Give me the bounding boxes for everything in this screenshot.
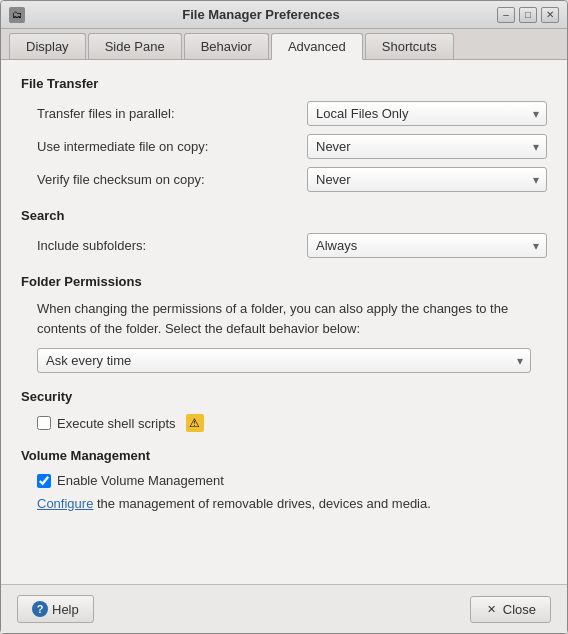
checksum-select-wrapper: Never Always Local Files Only bbox=[307, 167, 547, 192]
parallel-select[interactable]: Local Files Only Always Never bbox=[307, 101, 547, 126]
preferences-window: 🗂 File Manager Preferences – □ ✕ Display… bbox=[0, 0, 568, 634]
close-label: Close bbox=[503, 602, 536, 617]
tab-side-pane[interactable]: Side Pane bbox=[88, 33, 182, 59]
execute-shell-row: Execute shell scripts ⚠ bbox=[21, 414, 547, 432]
security-title: Security bbox=[21, 389, 547, 404]
folder-permissions-title: Folder Permissions bbox=[21, 274, 547, 289]
titlebar: 🗂 File Manager Preferences – □ ✕ bbox=[1, 1, 567, 29]
volume-management-section: Volume Management Enable Volume Manageme… bbox=[21, 448, 547, 514]
help-icon: ? bbox=[32, 601, 48, 617]
security-section: Security Execute shell scripts ⚠ bbox=[21, 389, 547, 432]
tab-advanced[interactable]: Advanced bbox=[271, 33, 363, 60]
tab-shortcuts[interactable]: Shortcuts bbox=[365, 33, 454, 59]
subfolders-label: Include subfolders: bbox=[37, 238, 307, 253]
window-icon: 🗂 bbox=[9, 7, 25, 23]
tab-display[interactable]: Display bbox=[9, 33, 86, 59]
configure-suffix: the management of removable drives, devi… bbox=[93, 496, 430, 511]
maximize-button[interactable]: □ bbox=[519, 7, 537, 23]
checksum-select[interactable]: Never Always Local Files Only bbox=[307, 167, 547, 192]
close-icon: ✕ bbox=[485, 602, 499, 616]
execute-shell-checkbox[interactable] bbox=[37, 416, 51, 430]
window-title: File Manager Preferences bbox=[25, 7, 497, 22]
intermediate-select[interactable]: Never Always Local Files Only bbox=[307, 134, 547, 159]
footer: ? Help ✕ Close bbox=[1, 584, 567, 633]
configure-text-row: Configure the management of removable dr… bbox=[21, 494, 547, 514]
folder-permissions-select-row: Ask every time Apply to folder only Appl… bbox=[37, 348, 531, 373]
subfolders-row: Include subfolders: Always Never Ask eve… bbox=[21, 233, 547, 258]
window-close-button[interactable]: ✕ bbox=[541, 7, 559, 23]
tab-behavior[interactable]: Behavior bbox=[184, 33, 269, 59]
titlebar-left: 🗂 bbox=[9, 7, 25, 23]
folder-permissions-description: When changing the permissions of a folde… bbox=[21, 299, 547, 338]
parallel-label: Transfer files in parallel: bbox=[37, 106, 307, 121]
main-content: File Transfer Transfer files in parallel… bbox=[1, 60, 567, 584]
help-label: Help bbox=[52, 602, 79, 617]
enable-volume-label: Enable Volume Management bbox=[57, 473, 224, 488]
search-section: Search Include subfolders: Always Never … bbox=[21, 208, 547, 258]
subfolders-select-wrapper: Always Never Ask every time bbox=[307, 233, 547, 258]
volume-management-title: Volume Management bbox=[21, 448, 547, 463]
permissions-select-wrapper: Ask every time Apply to folder only Appl… bbox=[37, 348, 531, 373]
folder-permissions-section: Folder Permissions When changing the per… bbox=[21, 274, 547, 373]
checksum-label: Verify file checksum on copy: bbox=[37, 172, 307, 187]
execute-shell-label: Execute shell scripts bbox=[57, 416, 176, 431]
enable-volume-checkbox[interactable] bbox=[37, 474, 51, 488]
enable-volume-row: Enable Volume Management bbox=[21, 473, 547, 488]
file-transfer-title: File Transfer bbox=[21, 76, 547, 91]
intermediate-select-wrapper: Never Always Local Files Only bbox=[307, 134, 547, 159]
warning-icon: ⚠ bbox=[186, 414, 204, 432]
tab-bar: Display Side Pane Behavior Advanced Shor… bbox=[1, 29, 567, 60]
help-button[interactable]: ? Help bbox=[17, 595, 94, 623]
minimize-button[interactable]: – bbox=[497, 7, 515, 23]
titlebar-controls: – □ ✕ bbox=[497, 7, 559, 23]
parallel-row: Transfer files in parallel: Local Files … bbox=[21, 101, 547, 126]
file-transfer-section: File Transfer Transfer files in parallel… bbox=[21, 76, 547, 192]
configure-link[interactable]: Configure bbox=[37, 496, 93, 511]
parallel-select-wrapper: Local Files Only Always Never bbox=[307, 101, 547, 126]
intermediate-label: Use intermediate file on copy: bbox=[37, 139, 307, 154]
search-title: Search bbox=[21, 208, 547, 223]
close-button[interactable]: ✕ Close bbox=[470, 596, 551, 623]
subfolders-select[interactable]: Always Never Ask every time bbox=[307, 233, 547, 258]
intermediate-row: Use intermediate file on copy: Never Alw… bbox=[21, 134, 547, 159]
checksum-row: Verify file checksum on copy: Never Alwa… bbox=[21, 167, 547, 192]
permissions-select[interactable]: Ask every time Apply to folder only Appl… bbox=[37, 348, 531, 373]
